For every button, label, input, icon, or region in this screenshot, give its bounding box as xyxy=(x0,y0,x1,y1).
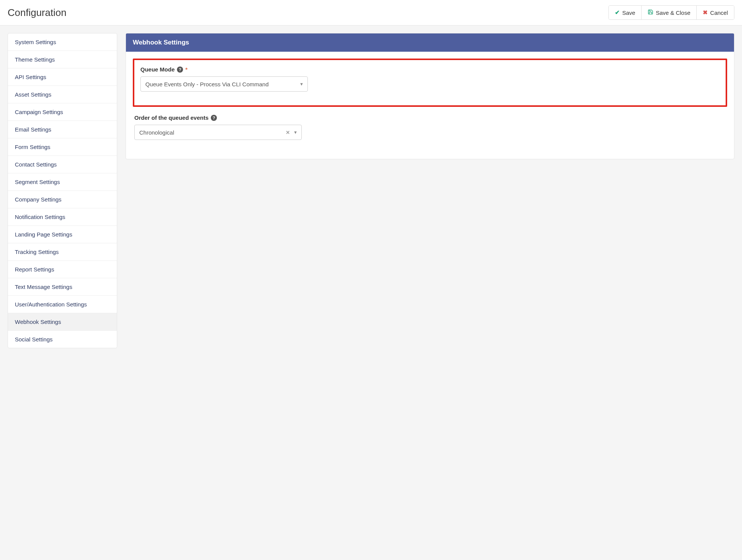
sidebar: System Settings Theme Settings API Setti… xyxy=(8,33,117,348)
highlight-box: Queue Mode ? * Queue Events Only - Proce… xyxy=(133,59,727,107)
queue-mode-label: Queue Mode ? * xyxy=(140,66,308,73)
save-button[interactable]: ✔ Save xyxy=(609,6,641,19)
main: Webhook Settings Queue Mode ? * Queue Ev… xyxy=(126,33,734,159)
clear-icon[interactable]: ✕ xyxy=(286,130,290,135)
help-icon[interactable]: ? xyxy=(177,67,183,73)
chevron-down-icon: ▼ xyxy=(299,82,304,86)
panel-body: Queue Mode ? * Queue Events Only - Proce… xyxy=(126,52,734,159)
sidebar-item-asset-settings[interactable]: Asset Settings xyxy=(8,86,117,103)
topbar: Configuration ✔ Save Save & Close ✖ Canc… xyxy=(0,0,742,25)
order-select[interactable]: Chronological ✕ ▼ xyxy=(134,125,302,140)
cancel-button-label: Cancel xyxy=(710,10,728,16)
sidebar-item-contact-settings[interactable]: Contact Settings xyxy=(8,156,117,173)
action-buttons: ✔ Save Save & Close ✖ Cancel xyxy=(608,5,734,20)
container: System Settings Theme Settings API Setti… xyxy=(0,25,742,356)
sidebar-item-email-settings[interactable]: Email Settings xyxy=(8,121,117,138)
sidebar-item-social-settings[interactable]: Social Settings xyxy=(8,331,117,348)
close-icon: ✖ xyxy=(703,9,708,16)
save-button-label: Save xyxy=(622,10,635,16)
save-close-button-label: Save & Close xyxy=(656,10,690,16)
queue-mode-group: Queue Mode ? * Queue Events Only - Proce… xyxy=(140,66,308,92)
sidebar-item-form-settings[interactable]: Form Settings xyxy=(8,138,117,156)
chevron-down-icon: ▼ xyxy=(293,130,298,135)
cancel-button[interactable]: ✖ Cancel xyxy=(696,6,734,19)
save-close-button[interactable]: Save & Close xyxy=(641,6,696,19)
sidebar-item-text-message-settings[interactable]: Text Message Settings xyxy=(8,278,117,296)
webhook-settings-panel: Webhook Settings Queue Mode ? * Queue Ev… xyxy=(126,33,734,159)
sidebar-item-system-settings[interactable]: System Settings xyxy=(8,33,117,51)
sidebar-item-notification-settings[interactable]: Notification Settings xyxy=(8,208,117,226)
sidebar-item-landing-page-settings[interactable]: Landing Page Settings xyxy=(8,226,117,243)
page-title: Configuration xyxy=(8,7,67,19)
order-label: Order of the queued events ? xyxy=(134,114,302,121)
sidebar-item-webhook-settings[interactable]: Webhook Settings xyxy=(8,313,117,331)
sidebar-item-api-settings[interactable]: API Settings xyxy=(8,68,117,86)
queue-mode-select[interactable]: Queue Events Only - Process Via CLI Comm… xyxy=(140,76,308,92)
sidebar-item-report-settings[interactable]: Report Settings xyxy=(8,261,117,278)
required-indicator: * xyxy=(185,66,188,73)
sidebar-item-campaign-settings[interactable]: Campaign Settings xyxy=(8,103,117,121)
sidebar-item-segment-settings[interactable]: Segment Settings xyxy=(8,173,117,191)
order-value: Chronological xyxy=(139,129,174,136)
save-icon xyxy=(648,9,653,16)
order-group: Order of the queued events ? Chronologic… xyxy=(134,114,302,140)
sidebar-item-tracking-settings[interactable]: Tracking Settings xyxy=(8,243,117,261)
check-icon: ✔ xyxy=(615,9,620,16)
panel-header: Webhook Settings xyxy=(126,33,734,52)
help-icon[interactable]: ? xyxy=(211,115,217,121)
sidebar-item-company-settings[interactable]: Company Settings xyxy=(8,191,117,208)
sidebar-item-user-auth-settings[interactable]: User/Authentication Settings xyxy=(8,296,117,313)
queue-mode-value: Queue Events Only - Process Via CLI Comm… xyxy=(145,81,269,87)
sidebar-item-theme-settings[interactable]: Theme Settings xyxy=(8,51,117,68)
